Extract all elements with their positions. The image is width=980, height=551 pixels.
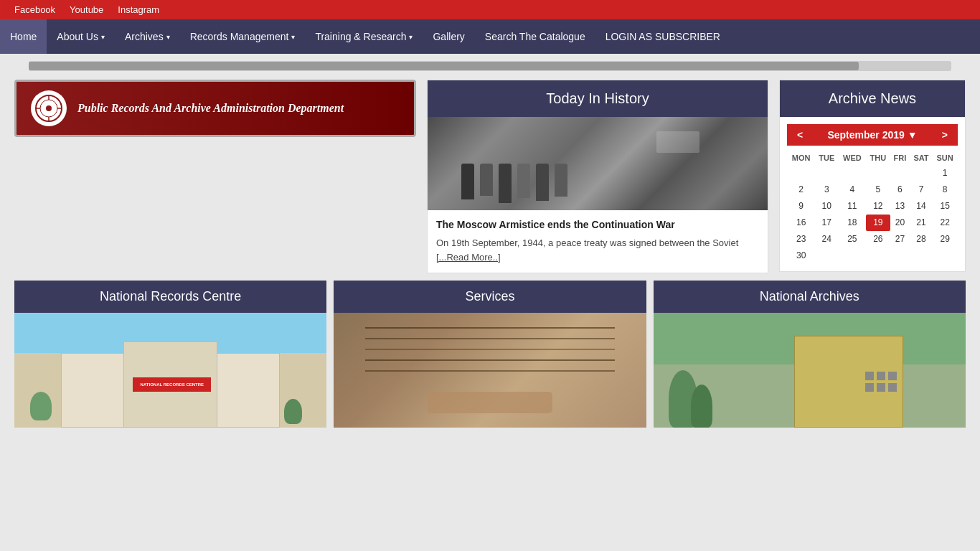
calendar-month-year: September 2019 ▼ — [827, 129, 917, 141]
calendar-day-cell[interactable]: 11 — [839, 198, 866, 215]
calendar-header-row: MON TUE WED THU FRI SAT SUN — [788, 151, 958, 165]
national-records-centre-col: National Records Centre NATIONAL RECORDS… — [14, 281, 326, 428]
calendar-day-cell — [839, 165, 866, 182]
calendar-prev-button[interactable]: < — [793, 128, 807, 142]
history-content: The Moscow Armistice ends the Continuati… — [428, 210, 768, 273]
services-col: Services — [334, 281, 646, 428]
calendar-day-cell[interactable]: 23 — [788, 231, 815, 248]
calendar-day-cell — [788, 165, 815, 182]
cal-header-sun: SUN — [933, 151, 958, 165]
right-column: Archive News < September 2019 ▼ > MON TU… — [779, 80, 966, 273]
chevron-down-icon: ▾ — [291, 33, 295, 41]
calendar-day-cell[interactable]: 9 — [788, 198, 815, 215]
calendar-day-cell — [933, 248, 958, 264]
national-records-centre-header: National Records Centre — [14, 281, 326, 313]
left-column: Public Records And Archive Administratio… — [14, 80, 416, 273]
calendar-day-cell[interactable]: 26 — [866, 231, 890, 248]
calendar-day-cell[interactable]: 12 — [866, 198, 890, 215]
archive-news-section: Archive News < September 2019 ▼ > MON TU… — [779, 80, 966, 272]
calendar: < September 2019 ▼ > MON TUE WED THU FRI… — [780, 117, 965, 271]
calendar-day-cell[interactable]: 29 — [933, 231, 958, 248]
calendar-day-cell[interactable]: 20 — [890, 215, 910, 231]
calendar-day-cell — [910, 165, 933, 182]
calendar-day-cell[interactable]: 5 — [866, 182, 890, 198]
calendar-day-cell[interactable]: 13 — [890, 198, 910, 215]
calendar-day-cell[interactable]: 10 — [815, 198, 839, 215]
archive-news-header: Archive News — [780, 80, 965, 117]
national-archives-image — [654, 313, 966, 428]
history-title: The Moscow Armistice ends the Continuati… — [436, 219, 759, 230]
calendar-day-cell — [866, 248, 890, 264]
nav-search[interactable]: Search The Catalogue — [475, 19, 595, 54]
nav-login[interactable]: LOGIN AS SUBSCRIBER — [595, 19, 730, 54]
calendar-day-cell[interactable]: 19 — [866, 215, 890, 231]
calendar-day-cell[interactable]: 21 — [910, 215, 933, 231]
today-in-history-header: Today In History — [428, 80, 768, 117]
calendar-week-row: 9101112131415 — [788, 198, 958, 215]
calendar-day-cell[interactable]: 18 — [839, 215, 866, 231]
banner: Public Records And Archive Administratio… — [14, 80, 416, 137]
national-records-centre-image: NATIONAL RECORDS CENTRE — [14, 313, 326, 428]
calendar-week-row: 23242526272829 — [788, 231, 958, 248]
calendar-day-cell — [866, 165, 890, 182]
banner-text: Public Records And Archive Administratio… — [77, 102, 344, 115]
calendar-day-cell[interactable]: 4 — [839, 182, 866, 198]
social-bar: Facebook Youtube Instagram — [0, 0, 980, 19]
calendar-week-row: 2345678 — [788, 182, 958, 198]
calendar-day-cell[interactable]: 1 — [933, 165, 958, 182]
nav-home[interactable]: Home — [0, 19, 47, 54]
calendar-day-cell[interactable]: 7 — [910, 182, 933, 198]
calendar-week-row: 30 — [788, 248, 958, 264]
history-body: On 19th September, 1944, a peace treaty … — [436, 236, 759, 264]
calendar-day-cell[interactable]: 2 — [788, 182, 815, 198]
youtube-link[interactable]: Youtube — [70, 4, 103, 15]
bottom-row: National Records Centre NATIONAL RECORDS… — [0, 281, 980, 442]
calendar-day-cell — [839, 248, 866, 264]
cal-header-thu: THU — [866, 151, 890, 165]
svg-point-2 — [46, 105, 52, 111]
calendar-day-cell[interactable]: 30 — [788, 248, 815, 264]
chevron-down-icon: ▾ — [409, 33, 413, 41]
nav-about[interactable]: About Us ▾ — [47, 19, 115, 54]
calendar-day-cell[interactable]: 17 — [815, 215, 839, 231]
calendar-grid: MON TUE WED THU FRI SAT SUN 123456789101… — [787, 151, 958, 264]
nav-training[interactable]: Training & Research ▾ — [305, 19, 423, 54]
calendar-day-cell[interactable]: 8 — [933, 182, 958, 198]
chevron-down-icon: ▾ — [101, 33, 105, 41]
banner-logo — [31, 90, 67, 126]
read-more-link[interactable]: [...Read More..] — [436, 252, 501, 263]
center-column: Today In History The Moscow Armistice en… — [416, 80, 779, 273]
scrollbar[interactable] — [29, 61, 951, 71]
nav-records[interactable]: Records Management ▾ — [180, 19, 306, 54]
main-content: Public Records And Archive Administratio… — [0, 72, 980, 281]
instagram-link[interactable]: Instagram — [118, 4, 159, 15]
calendar-day-cell[interactable]: 25 — [839, 231, 866, 248]
calendar-week-row: 16171819202122 — [788, 215, 958, 231]
facebook-link[interactable]: Facebook — [14, 4, 55, 15]
nav-archives[interactable]: Archives ▾ — [115, 19, 180, 54]
calendar-next-button[interactable]: > — [938, 128, 952, 142]
calendar-day-cell[interactable]: 6 — [890, 182, 910, 198]
calendar-day-cell — [890, 165, 910, 182]
cal-header-wed: WED — [839, 151, 866, 165]
cal-header-sat: SAT — [910, 151, 933, 165]
chevron-down-icon: ▾ — [166, 33, 170, 41]
calendar-day-cell[interactable]: 14 — [910, 198, 933, 215]
calendar-day-cell[interactable]: 16 — [788, 215, 815, 231]
calendar-nav: < September 2019 ▼ > — [787, 124, 958, 146]
calendar-day-cell[interactable]: 15 — [933, 198, 958, 215]
services-image — [334, 313, 646, 428]
calendar-day-cell[interactable]: 28 — [910, 231, 933, 248]
calendar-day-cell — [815, 248, 839, 264]
history-image — [428, 117, 768, 210]
calendar-day-cell[interactable]: 22 — [933, 215, 958, 231]
calendar-day-cell[interactable]: 27 — [890, 231, 910, 248]
calendar-day-cell — [815, 165, 839, 182]
calendar-day-cell[interactable]: 24 — [815, 231, 839, 248]
today-in-history-section: Today In History The Moscow Armistice en… — [427, 80, 768, 273]
nav-gallery[interactable]: Gallery — [423, 19, 474, 54]
main-nav: Home About Us ▾ Archives ▾ Records Manag… — [0, 19, 980, 54]
national-archives-col: National Archives — [654, 281, 966, 428]
calendar-week-row: 1 — [788, 165, 958, 182]
calendar-day-cell[interactable]: 3 — [815, 182, 839, 198]
